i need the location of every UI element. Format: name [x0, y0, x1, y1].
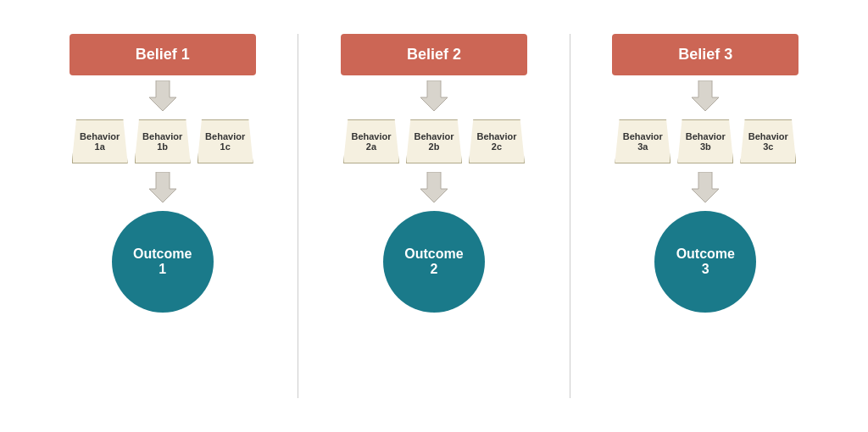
- belief-box-3: Belief 3: [612, 34, 798, 75]
- arrow-down-icon: [687, 80, 724, 111]
- diagram-container: Belief 1Behavior 1aBehavior 1bBehavior 1…: [19, 17, 849, 415]
- behavior-row-2: Behavior 2aBehavior 2bBehavior 2c: [343, 119, 525, 163]
- belief-box-1: Belief 1: [70, 34, 256, 75]
- behavior-box-2-2: Behavior 2b: [406, 119, 462, 163]
- behavior-row-1: Behavior 1aBehavior 1bBehavior 1c: [72, 119, 253, 163]
- behavior-box-2-3: Behavior 2c: [469, 119, 525, 163]
- behavior-box-2-1: Behavior 2a: [343, 119, 399, 163]
- arrow-down-icon: [687, 172, 724, 202]
- column-2: Belief 2Behavior 2aBehavior 2bBehavior 2…: [298, 34, 570, 398]
- behavior-row-3: Behavior 3aBehavior 3bBehavior 3c: [615, 119, 796, 163]
- behavior-box-1-1: Behavior 1a: [72, 119, 128, 163]
- behavior-box-1-3: Behavior 1c: [198, 119, 253, 163]
- column-3: Belief 3Behavior 3aBehavior 3bBehavior 3…: [570, 34, 841, 398]
- outcome-circle-1: Outcome 1: [112, 211, 214, 313]
- outcome-circle-3: Outcome 3: [654, 211, 756, 313]
- svg-marker-4: [692, 80, 719, 111]
- behavior-box-1-2: Behavior 1b: [135, 119, 191, 163]
- svg-marker-1: [149, 172, 176, 202]
- behavior-box-3-3: Behavior 3c: [740, 119, 796, 163]
- column-1: Belief 1Behavior 1aBehavior 1bBehavior 1…: [27, 34, 298, 398]
- arrow-down-icon: [144, 80, 181, 111]
- arrow-down-icon: [415, 80, 453, 111]
- arrow-down-icon: [415, 172, 453, 202]
- svg-marker-3: [420, 172, 448, 202]
- svg-marker-0: [149, 80, 176, 111]
- arrow-down-icon: [144, 172, 181, 202]
- belief-box-2: Belief 2: [341, 34, 527, 75]
- outcome-circle-2: Outcome 2: [383, 211, 485, 313]
- behavior-box-3-1: Behavior 3a: [615, 119, 670, 163]
- behavior-box-3-2: Behavior 3b: [677, 119, 733, 163]
- svg-marker-2: [420, 80, 448, 111]
- svg-marker-5: [692, 172, 719, 202]
